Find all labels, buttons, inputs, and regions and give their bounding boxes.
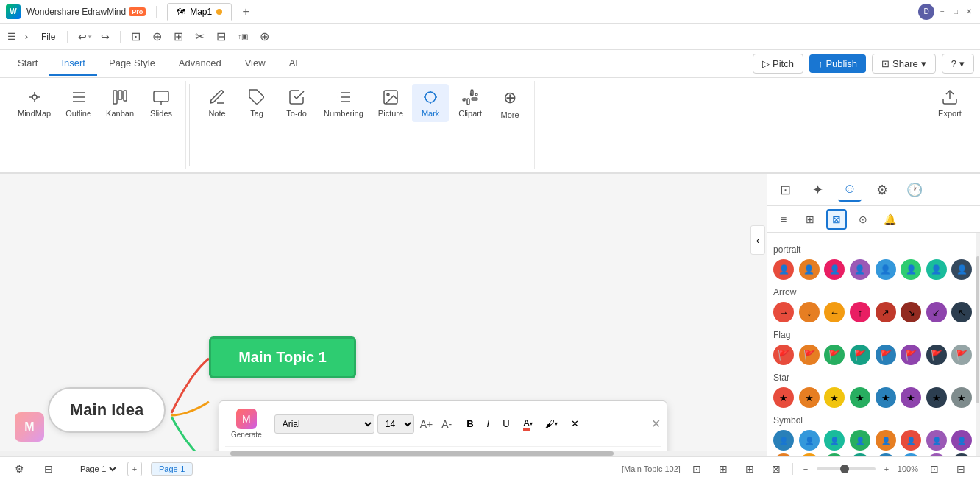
arrow-icon-2[interactable]: ← bbox=[824, 302, 845, 322]
sym-15[interactable]: ⚙ bbox=[951, 453, 972, 456]
maximize-button[interactable]: □ bbox=[951, 7, 961, 17]
sym-11[interactable]: ⚙ bbox=[850, 453, 870, 456]
bold-button[interactable]: B bbox=[461, 416, 478, 431]
mark-btn[interactable]: Mark bbox=[412, 84, 449, 122]
share-btn[interactable]: ⊕ bbox=[255, 28, 274, 45]
tab-start[interactable]: Start bbox=[6, 52, 49, 76]
cut-btn[interactable]: ✂ bbox=[191, 28, 209, 45]
active-page-tab[interactable]: Page-1 bbox=[151, 462, 193, 476]
export-btn[interactable]: ↑▣ bbox=[233, 31, 252, 42]
sub-icon-mark[interactable]: ⊠ bbox=[826, 209, 847, 230]
kanban-btn[interactable]: Kanban bbox=[100, 84, 140, 122]
slides-btn[interactable]: Slides bbox=[143, 84, 180, 122]
add-tab-button[interactable]: + bbox=[238, 4, 254, 20]
map-tab[interactable]: 🗺 Map1 bbox=[167, 3, 232, 21]
font-size-decrease[interactable]: A- bbox=[438, 417, 455, 431]
status-layout-btn[interactable]: ⊟ bbox=[38, 459, 59, 479]
flag-icon-6[interactable]: 🚩 bbox=[926, 345, 947, 365]
numbering-btn[interactable]: Numbering bbox=[318, 84, 369, 122]
sym-0[interactable]: 👤 bbox=[773, 430, 794, 451]
panel-icon-emoji[interactable]: ☺ bbox=[838, 178, 862, 202]
sym-1[interactable]: 👤 bbox=[799, 430, 820, 451]
portrait-icon-1[interactable]: 👤 bbox=[799, 259, 820, 280]
arrow-icon-7[interactable]: ↖ bbox=[951, 302, 972, 322]
outline-btn[interactable]: Outline bbox=[60, 84, 97, 122]
sub-icon-bell[interactable]: 🔔 bbox=[879, 209, 900, 230]
portrait-icon-3[interactable]: 👤 bbox=[850, 259, 870, 280]
flag-icon-7[interactable]: 🚩 bbox=[951, 345, 972, 365]
zoom-slider[interactable] bbox=[817, 467, 876, 470]
arrow-icon-1[interactable]: ↓ bbox=[799, 302, 820, 322]
star-icon-2[interactable]: ★ bbox=[824, 387, 845, 408]
sym-3[interactable]: 👤 bbox=[850, 430, 870, 451]
star-icon-6[interactable]: ★ bbox=[926, 387, 947, 408]
toolbar-close-btn[interactable]: ✕ bbox=[651, 417, 661, 431]
minimize-button[interactable]: − bbox=[937, 7, 948, 17]
tag-btn[interactable]: Tag bbox=[238, 84, 275, 122]
font-color-btn[interactable]: A ▾ bbox=[518, 414, 539, 434]
sym-6[interactable]: 👤 bbox=[926, 430, 947, 451]
sym-14[interactable]: ⚙ bbox=[926, 453, 947, 456]
font-size-increase[interactable]: A+ bbox=[417, 417, 436, 431]
flag-icon-3[interactable]: 🚩 bbox=[850, 345, 870, 365]
sym-9[interactable]: ⚙ bbox=[799, 453, 820, 456]
expand-mode-btn[interactable]: ⊠ bbox=[766, 459, 787, 479]
star-icon-7[interactable]: ★ bbox=[951, 387, 972, 408]
undo-button[interactable]: ↩▾ bbox=[74, 29, 96, 44]
user-avatar[interactable]: D bbox=[918, 4, 934, 20]
generate-button[interactable]: M Generate bbox=[225, 406, 268, 442]
canvas[interactable]: Main Idea Main Topic 1 Main Topic 3 M Ge… bbox=[0, 174, 767, 456]
share-button[interactable]: ⊡ Share ▾ bbox=[872, 54, 936, 74]
underline-button[interactable]: U bbox=[497, 416, 514, 431]
close-button[interactable]: ✕ bbox=[964, 7, 974, 17]
sub-icon-circle[interactable]: ⊙ bbox=[853, 209, 873, 230]
clear-format-btn[interactable]: ✕ bbox=[565, 414, 586, 434]
panel-icon-gear[interactable]: ⚙ bbox=[870, 178, 894, 202]
save-file-btn[interactable]: ⊞ bbox=[169, 28, 188, 45]
clipart-btn[interactable]: Clipart bbox=[452, 84, 489, 122]
sym-4[interactable]: 👤 bbox=[876, 430, 896, 451]
portrait-icon-7[interactable]: 👤 bbox=[951, 259, 972, 280]
canvas-scrollbar-thumb[interactable] bbox=[230, 451, 614, 456]
tab-page-style[interactable]: Page Style bbox=[97, 52, 167, 76]
tab-insert[interactable]: Insert bbox=[49, 52, 97, 76]
sym-5[interactable]: 👤 bbox=[901, 430, 921, 451]
page-mode-btn[interactable]: ⊞ bbox=[739, 459, 760, 479]
arrow-icon-3[interactable]: ↑ bbox=[850, 302, 870, 322]
mindmap-btn[interactable]: MindMap bbox=[12, 84, 57, 122]
note-btn[interactable]: Note bbox=[199, 84, 235, 122]
main-idea-node[interactable]: Main Idea bbox=[48, 387, 166, 433]
star-icon-1[interactable]: ★ bbox=[799, 387, 820, 408]
fullscreen-btn[interactable]: ⊡ bbox=[924, 459, 945, 479]
sym-13[interactable]: ⚙ bbox=[901, 453, 921, 456]
new-file-btn[interactable]: ⊡ bbox=[127, 28, 145, 45]
sym-7[interactable]: 👤 bbox=[951, 430, 972, 451]
expand-icon[interactable]: › bbox=[21, 31, 32, 43]
flag-icon-1[interactable]: 🚩 bbox=[799, 345, 820, 365]
picture-btn[interactable]: Picture bbox=[372, 84, 409, 122]
sub-icon-grid[interactable]: ⊞ bbox=[800, 209, 820, 230]
portrait-icon-5[interactable]: 👤 bbox=[901, 259, 921, 280]
tab-advanced[interactable]: Advanced bbox=[167, 52, 233, 76]
add-page-button[interactable]: + bbox=[127, 462, 142, 476]
flag-icon-2[interactable]: 🚩 bbox=[824, 345, 845, 365]
pitch-button[interactable]: ▷ Pitch bbox=[753, 54, 803, 74]
font-size-select[interactable]: 14 12 16 18 24 bbox=[377, 414, 414, 434]
fit-btn[interactable]: ⊡ bbox=[686, 459, 707, 479]
tab-ai[interactable]: AI bbox=[277, 52, 310, 76]
panel-icon-sparkle[interactable]: ✦ bbox=[806, 178, 829, 202]
arrow-icon-6[interactable]: ↙ bbox=[926, 302, 947, 322]
hamburger-icon[interactable]: ☰ bbox=[6, 31, 18, 43]
help-button[interactable]: ?▾ bbox=[942, 54, 974, 74]
redo-button[interactable]: ↪ bbox=[96, 29, 114, 44]
star-icon-3[interactable]: ★ bbox=[850, 387, 870, 408]
panel-scrollbar[interactable] bbox=[976, 233, 980, 456]
zoom-in-btn[interactable]: + bbox=[880, 462, 893, 476]
sym-12[interactable]: ⚙ bbox=[876, 453, 896, 456]
sym-10[interactable]: ⚙ bbox=[824, 453, 845, 456]
zoom-out-btn[interactable]: − bbox=[799, 462, 812, 476]
portrait-icon-2[interactable]: 👤 bbox=[824, 259, 845, 280]
star-icon-5[interactable]: ★ bbox=[901, 387, 921, 408]
canvas-scrollbar[interactable] bbox=[0, 451, 767, 456]
page-dropdown[interactable]: Page-1 bbox=[77, 464, 118, 474]
